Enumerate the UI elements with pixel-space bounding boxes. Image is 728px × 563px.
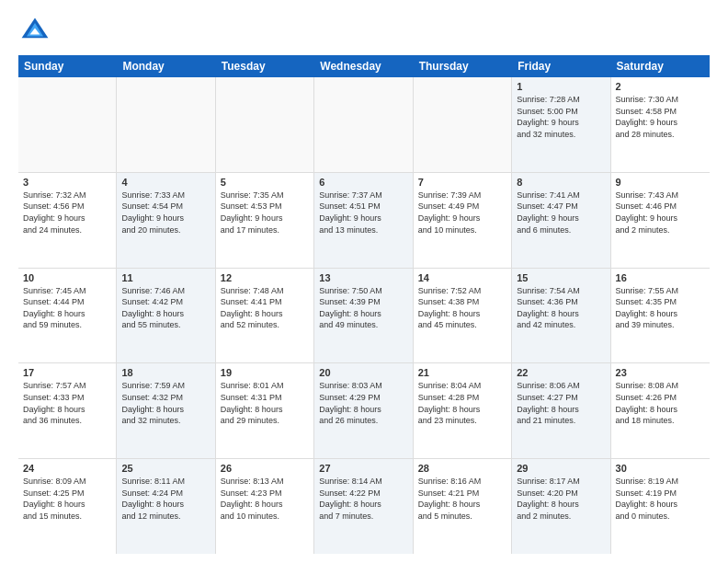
- day-number: 25: [121, 463, 210, 474]
- day-number: 28: [418, 463, 506, 474]
- empty-cell-r0c0: [18, 77, 117, 172]
- day-cell-11: 11Sunrise: 7:46 AM Sunset: 4:42 PM Dayli…: [117, 269, 215, 363]
- day-cell-7: 7Sunrise: 7:39 AM Sunset: 4:49 PM Daylig…: [414, 173, 512, 268]
- day-number: 6: [319, 177, 407, 188]
- day-number: 29: [517, 463, 605, 474]
- day-cell-26: 26Sunrise: 8:13 AM Sunset: 4:23 PM Dayli…: [216, 459, 314, 554]
- day-cell-2: 2Sunrise: 7:30 AM Sunset: 4:58 PM Daylig…: [611, 77, 710, 172]
- day-info: Sunrise: 7:54 AM Sunset: 4:36 PM Dayligh…: [517, 285, 605, 331]
- day-number: 4: [121, 177, 210, 188]
- header-day-friday: Friday: [512, 55, 610, 77]
- day-cell-15: 15Sunrise: 7:54 AM Sunset: 4:36 PM Dayli…: [512, 269, 610, 363]
- day-info: Sunrise: 7:57 AM Sunset: 4:33 PM Dayligh…: [23, 380, 111, 426]
- calendar-row-0: 1Sunrise: 7:28 AM Sunset: 5:00 PM Daylig…: [18, 77, 710, 173]
- day-number: 8: [517, 177, 605, 188]
- day-info: Sunrise: 7:43 AM Sunset: 4:46 PM Dayligh…: [616, 190, 705, 236]
- calendar-body: 1Sunrise: 7:28 AM Sunset: 5:00 PM Daylig…: [18, 77, 710, 554]
- day-info: Sunrise: 8:01 AM Sunset: 4:31 PM Dayligh…: [221, 380, 309, 426]
- day-cell-30: 30Sunrise: 8:19 AM Sunset: 4:19 PM Dayli…: [611, 459, 710, 554]
- day-cell-29: 29Sunrise: 8:17 AM Sunset: 4:20 PM Dayli…: [512, 459, 610, 554]
- day-info: Sunrise: 7:39 AM Sunset: 4:49 PM Dayligh…: [418, 190, 506, 236]
- day-cell-24: 24Sunrise: 8:09 AM Sunset: 4:25 PM Dayli…: [18, 459, 117, 554]
- page: SundayMondayTuesdayWednesdayThursdayFrid…: [0, 0, 728, 563]
- day-number: 20: [319, 367, 407, 378]
- day-info: Sunrise: 7:28 AM Sunset: 5:00 PM Dayligh…: [517, 94, 605, 140]
- day-cell-20: 20Sunrise: 8:03 AM Sunset: 4:29 PM Dayli…: [314, 363, 413, 458]
- day-info: Sunrise: 8:16 AM Sunset: 4:21 PM Dayligh…: [418, 476, 506, 522]
- empty-cell-r0c2: [216, 77, 314, 172]
- day-number: 27: [319, 463, 407, 474]
- day-number: 21: [418, 367, 506, 378]
- day-info: Sunrise: 7:33 AM Sunset: 4:54 PM Dayligh…: [121, 190, 210, 236]
- day-info: Sunrise: 7:30 AM Sunset: 4:58 PM Dayligh…: [616, 94, 705, 140]
- day-cell-19: 19Sunrise: 8:01 AM Sunset: 4:31 PM Dayli…: [216, 363, 314, 458]
- day-info: Sunrise: 7:46 AM Sunset: 4:42 PM Dayligh…: [121, 285, 210, 331]
- day-cell-3: 3Sunrise: 7:32 AM Sunset: 4:56 PM Daylig…: [18, 173, 117, 268]
- day-number: 17: [23, 367, 111, 378]
- day-number: 2: [616, 81, 705, 92]
- day-info: Sunrise: 8:14 AM Sunset: 4:22 PM Dayligh…: [319, 476, 407, 522]
- day-cell-18: 18Sunrise: 7:59 AM Sunset: 4:32 PM Dayli…: [117, 363, 215, 458]
- day-info: Sunrise: 7:48 AM Sunset: 4:41 PM Dayligh…: [221, 285, 309, 331]
- day-info: Sunrise: 8:19 AM Sunset: 4:19 PM Dayligh…: [616, 476, 705, 522]
- day-cell-13: 13Sunrise: 7:50 AM Sunset: 4:39 PM Dayli…: [314, 269, 413, 363]
- empty-cell-r0c1: [117, 77, 215, 172]
- day-cell-17: 17Sunrise: 7:57 AM Sunset: 4:33 PM Dayli…: [18, 363, 117, 458]
- day-info: Sunrise: 8:08 AM Sunset: 4:26 PM Dayligh…: [616, 380, 705, 426]
- day-info: Sunrise: 7:50 AM Sunset: 4:39 PM Dayligh…: [319, 285, 407, 331]
- header-day-saturday: Saturday: [611, 55, 710, 77]
- day-number: 13: [319, 272, 407, 283]
- day-cell-25: 25Sunrise: 8:11 AM Sunset: 4:24 PM Dayli…: [117, 459, 215, 554]
- day-number: 10: [23, 272, 111, 283]
- day-number: 30: [616, 463, 705, 474]
- day-cell-14: 14Sunrise: 7:52 AM Sunset: 4:38 PM Dayli…: [414, 269, 512, 363]
- calendar-row-2: 10Sunrise: 7:45 AM Sunset: 4:44 PM Dayli…: [18, 269, 710, 364]
- day-cell-1: 1Sunrise: 7:28 AM Sunset: 5:00 PM Daylig…: [512, 77, 610, 172]
- day-info: Sunrise: 8:09 AM Sunset: 4:25 PM Dayligh…: [23, 476, 111, 522]
- day-number: 9: [616, 177, 705, 188]
- day-cell-23: 23Sunrise: 8:08 AM Sunset: 4:26 PM Dayli…: [611, 363, 710, 458]
- day-info: Sunrise: 7:55 AM Sunset: 4:35 PM Dayligh…: [616, 285, 705, 331]
- day-number: 19: [221, 367, 309, 378]
- header-day-thursday: Thursday: [414, 55, 512, 77]
- day-number: 3: [23, 177, 111, 188]
- calendar-row-1: 3Sunrise: 7:32 AM Sunset: 4:56 PM Daylig…: [18, 173, 710, 269]
- day-cell-9: 9Sunrise: 7:43 AM Sunset: 4:46 PM Daylig…: [611, 173, 710, 268]
- empty-cell-r0c3: [314, 77, 413, 172]
- day-number: 14: [418, 272, 506, 283]
- header-day-tuesday: Tuesday: [216, 55, 314, 77]
- header-day-wednesday: Wednesday: [314, 55, 413, 77]
- day-cell-5: 5Sunrise: 7:35 AM Sunset: 4:53 PM Daylig…: [216, 173, 314, 268]
- day-info: Sunrise: 8:17 AM Sunset: 4:20 PM Dayligh…: [517, 476, 605, 522]
- calendar-header: SundayMondayTuesdayWednesdayThursdayFrid…: [18, 55, 710, 77]
- day-info: Sunrise: 8:04 AM Sunset: 4:28 PM Dayligh…: [418, 380, 506, 426]
- empty-cell-r0c4: [414, 77, 512, 172]
- logo: [18, 15, 57, 48]
- day-cell-10: 10Sunrise: 7:45 AM Sunset: 4:44 PM Dayli…: [18, 269, 117, 363]
- day-info: Sunrise: 8:06 AM Sunset: 4:27 PM Dayligh…: [517, 380, 605, 426]
- calendar: SundayMondayTuesdayWednesdayThursdayFrid…: [18, 55, 710, 554]
- day-cell-6: 6Sunrise: 7:37 AM Sunset: 4:51 PM Daylig…: [314, 173, 413, 268]
- calendar-row-4: 24Sunrise: 8:09 AM Sunset: 4:25 PM Dayli…: [18, 459, 710, 554]
- day-info: Sunrise: 8:03 AM Sunset: 4:29 PM Dayligh…: [319, 380, 407, 426]
- day-info: Sunrise: 7:32 AM Sunset: 4:56 PM Dayligh…: [23, 190, 111, 236]
- day-number: 1: [517, 81, 605, 92]
- day-cell-12: 12Sunrise: 7:48 AM Sunset: 4:41 PM Dayli…: [216, 269, 314, 363]
- day-number: 18: [121, 367, 210, 378]
- header: [18, 15, 710, 48]
- day-info: Sunrise: 7:45 AM Sunset: 4:44 PM Dayligh…: [23, 285, 111, 331]
- day-number: 15: [517, 272, 605, 283]
- header-day-monday: Monday: [117, 55, 215, 77]
- day-number: 5: [221, 177, 309, 188]
- day-cell-22: 22Sunrise: 8:06 AM Sunset: 4:27 PM Dayli…: [512, 363, 610, 458]
- day-info: Sunrise: 7:59 AM Sunset: 4:32 PM Dayligh…: [121, 380, 210, 426]
- day-info: Sunrise: 8:11 AM Sunset: 4:24 PM Dayligh…: [121, 476, 210, 522]
- day-number: 23: [616, 367, 705, 378]
- day-info: Sunrise: 7:35 AM Sunset: 4:53 PM Dayligh…: [221, 190, 309, 236]
- day-cell-8: 8Sunrise: 7:41 AM Sunset: 4:47 PM Daylig…: [512, 173, 610, 268]
- day-info: Sunrise: 8:13 AM Sunset: 4:23 PM Dayligh…: [221, 476, 309, 522]
- day-cell-21: 21Sunrise: 8:04 AM Sunset: 4:28 PM Dayli…: [414, 363, 512, 458]
- day-number: 16: [616, 272, 705, 283]
- day-cell-28: 28Sunrise: 8:16 AM Sunset: 4:21 PM Dayli…: [414, 459, 512, 554]
- day-number: 7: [418, 177, 506, 188]
